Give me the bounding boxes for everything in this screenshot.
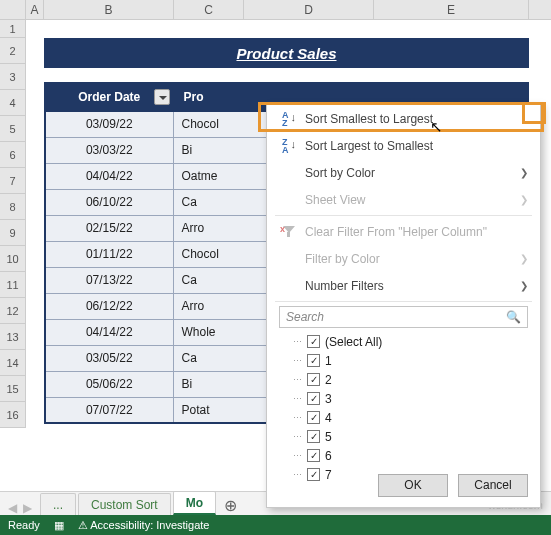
row-header[interactable]: 11 <box>0 272 25 298</box>
menu-number-filters[interactable]: Number Filters ❯ <box>267 272 540 299</box>
chevron-right-icon: ❯ <box>520 167 528 178</box>
sort-asc-icon: AZ <box>279 111 299 127</box>
column-headers: A B C D E <box>0 0 551 20</box>
separator <box>275 301 532 302</box>
cancel-button[interactable]: Cancel <box>458 474 528 497</box>
menu-label: Filter by Color <box>305 252 380 266</box>
sort-desc-icon: ZA <box>279 138 299 154</box>
filter-check-item[interactable]: ⋯✓(Select All) <box>293 332 528 351</box>
filter-check-item[interactable]: ⋯✓5 <box>293 427 528 446</box>
col-header-a[interactable]: A <box>26 0 44 19</box>
menu-filter-by-color: Filter by Color ❯ <box>267 245 540 272</box>
menu-label: Sort by Color <box>305 166 375 180</box>
sheet-tab-custom-sort[interactable]: Custom Sort <box>78 493 171 515</box>
menu-label: Number Filters <box>305 279 384 293</box>
select-all-corner[interactable] <box>0 0 26 19</box>
chevron-right-icon: ❯ <box>520 253 528 264</box>
menu-label: Sheet View <box>305 193 366 207</box>
search-icon: 🔍 <box>506 310 521 324</box>
row-header[interactable]: 6 <box>0 142 25 168</box>
row-header[interactable]: 14 <box>0 350 25 376</box>
filter-check-item[interactable]: ⋯✓6 <box>293 446 528 465</box>
menu-label: Sort Smallest to Largest <box>305 112 433 126</box>
sheet-tab-ellipsis[interactable]: ... <box>40 493 76 515</box>
filter-checklist[interactable]: ⋯✓(Select All) ⋯✓1 ⋯✓2 ⋯✓3 ⋯✓4 ⋯✓5 ⋯✓6 ⋯… <box>293 332 528 490</box>
filter-button-date[interactable] <box>154 89 170 105</box>
menu-sheet-view: Sheet View ❯ <box>267 186 540 213</box>
col-header-c[interactable]: C <box>174 0 244 19</box>
header-label: Order Date <box>78 90 140 104</box>
row-header[interactable]: 8 <box>0 194 25 220</box>
header-order-date[interactable]: Order Date <box>45 83 173 111</box>
menu-sort-descending[interactable]: ZA Sort Largest to Smallest <box>267 132 540 159</box>
filter-check-item[interactable]: ⋯✓1 <box>293 351 528 370</box>
row-header[interactable]: 9 <box>0 220 25 246</box>
row-header[interactable]: 4 <box>0 90 25 116</box>
filter-search-input[interactable]: Search 🔍 <box>279 306 528 328</box>
menu-sort-ascending[interactable]: AZ Sort Smallest to Largest <box>267 105 540 132</box>
row-header[interactable]: 1 <box>0 20 25 38</box>
row-header[interactable]: 16 <box>0 402 25 428</box>
row-header[interactable]: 5 <box>0 116 25 142</box>
status-ready: Ready <box>8 519 40 531</box>
separator <box>275 215 532 216</box>
row-header[interactable]: 12 <box>0 298 25 324</box>
status-macro-icon[interactable]: ▦ <box>54 519 64 532</box>
tab-nav-prev-icon[interactable]: ◀ <box>8 501 17 515</box>
status-accessibility[interactable]: Accessibility: Investigate <box>78 519 210 532</box>
menu-sort-by-color[interactable]: Sort by Color ❯ <box>267 159 540 186</box>
col-header-e[interactable]: E <box>374 0 529 19</box>
row-header[interactable]: 10 <box>0 246 25 272</box>
page-title: Product Sales <box>44 38 529 68</box>
row-headers: 1 2 3 4 5 6 7 8 9 10 11 12 13 14 15 16 <box>0 20 26 428</box>
filter-check-item[interactable]: ⋯✓3 <box>293 389 528 408</box>
clear-filter-icon: x <box>279 226 299 238</box>
filter-dropdown: AZ Sort Smallest to Largest ZA Sort Larg… <box>266 104 541 508</box>
menu-clear-filter: x Clear Filter From "Helper Column" <box>267 218 540 245</box>
chevron-right-icon: ❯ <box>520 194 528 205</box>
row-header[interactable]: 3 <box>0 64 25 90</box>
col-header-b[interactable]: B <box>44 0 174 19</box>
tab-nav-next-icon[interactable]: ▶ <box>23 501 32 515</box>
row-header[interactable]: 2 <box>0 38 25 64</box>
chevron-right-icon: ❯ <box>520 280 528 291</box>
header-label: Pro <box>184 90 204 104</box>
row-header[interactable]: 13 <box>0 324 25 350</box>
col-header-d[interactable]: D <box>244 0 374 19</box>
filter-check-item[interactable]: ⋯✓4 <box>293 408 528 427</box>
sheet-tab-active[interactable]: Mo <box>173 491 216 515</box>
status-bar: Ready ▦ Accessibility: Investigate <box>0 515 551 535</box>
row-header[interactable]: 7 <box>0 168 25 194</box>
ok-button[interactable]: OK <box>378 474 448 497</box>
row-header[interactable]: 15 <box>0 376 25 402</box>
menu-label: Clear Filter From "Helper Column" <box>305 225 487 239</box>
add-sheet-button[interactable]: ⊕ <box>218 497 243 515</box>
placeholder-text: Search <box>286 310 324 324</box>
filter-check-item[interactable]: ⋯✓2 <box>293 370 528 389</box>
menu-label: Sort Largest to Smallest <box>305 139 433 153</box>
